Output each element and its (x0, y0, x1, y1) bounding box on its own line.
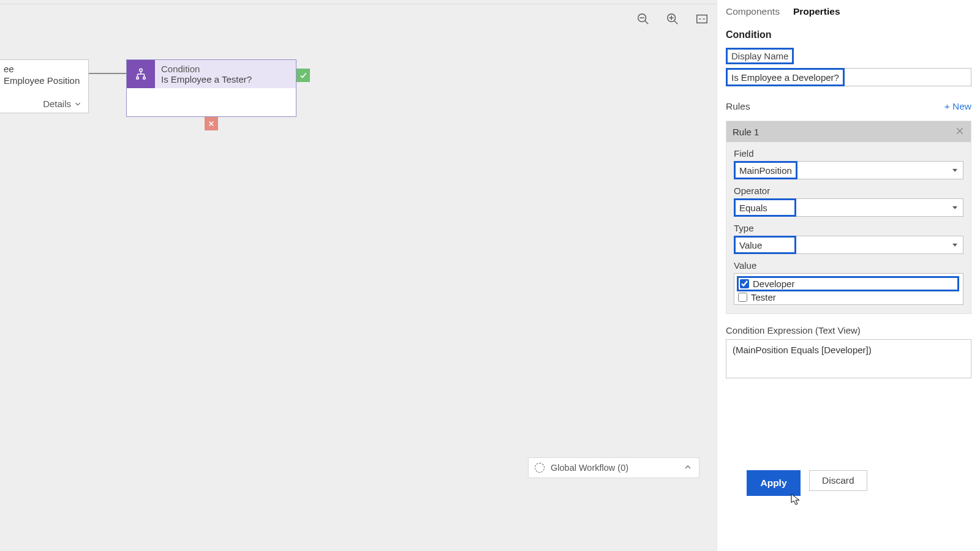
display-name-input-extra[interactable] (845, 68, 971, 86)
chevron-down-icon (951, 241, 959, 249)
svg-point-13 (137, 77, 139, 80)
type-select[interactable]: Value (734, 236, 796, 254)
expression-label: Condition Expression (Text View) (717, 314, 980, 339)
value-checkbox-tester[interactable] (738, 293, 747, 302)
close-icon (208, 120, 215, 127)
value-option-tester-label: Tester (751, 292, 776, 302)
connector-line (89, 73, 126, 74)
apply-button[interactable]: Apply (749, 473, 798, 493)
chevron-down-icon (74, 100, 82, 108)
svg-point-8 (140, 69, 143, 72)
check-icon (299, 71, 307, 80)
rule-1-title: Rule 1 (733, 127, 759, 137)
node-details-toggle[interactable]: Details (43, 99, 82, 109)
rule-1-header[interactable]: Rule 1 (726, 121, 971, 142)
new-rule-button[interactable]: + New (944, 101, 971, 112)
value-option-developer[interactable]: Developer (737, 276, 959, 291)
discard-button[interactable]: Discard (809, 470, 867, 491)
global-workflow-bar[interactable]: Global Workflow (0) (528, 457, 699, 478)
display-name-input[interactable]: Is Employee a Developer? (726, 68, 845, 86)
condition-false-port[interactable] (205, 117, 218, 130)
value-options: Developer Tester (734, 273, 963, 305)
svg-line-1 (645, 21, 649, 24)
field-select[interactable]: MainPosition (734, 161, 797, 179)
chevron-down-icon (951, 203, 959, 212)
node-condition-header: Condition Is Employee a Tester? (127, 60, 296, 88)
node-employee-position[interactable]: ee Employee Position Details (0, 59, 89, 113)
rule-1-box: Rule 1 Field MainPosition Operator Equal… (726, 121, 971, 314)
canvas-toolbar (636, 12, 709, 26)
workflow-status-icon (535, 463, 545, 473)
svg-rect-7 (697, 15, 707, 23)
tab-properties[interactable]: Properties (793, 6, 840, 17)
operator-label: Operator (734, 186, 963, 196)
svg-line-4 (674, 21, 678, 24)
operator-select-caret[interactable] (796, 198, 963, 217)
designer-canvas[interactable]: ee Employee Position Details Condition I… (0, 4, 717, 551)
expression-textview[interactable]: (MainPosition Equals [Developer]) (726, 339, 971, 378)
type-label: Type (734, 223, 963, 233)
svg-marker-21 (953, 244, 957, 246)
fit-to-screen-icon[interactable] (695, 12, 709, 26)
svg-marker-19 (953, 169, 957, 171)
display-name-label: Display Name (726, 48, 794, 64)
rule-close-icon[interactable] (955, 126, 966, 137)
node-condition-title: Is Employee a Tester? (161, 74, 252, 84)
properties-panel: Components Properties Condition Display … (717, 0, 980, 551)
section-title-condition: Condition (717, 27, 980, 48)
field-label: Field (734, 148, 963, 159)
panel-actions: Apply Discard (717, 470, 980, 496)
operator-select[interactable]: Equals (734, 198, 796, 217)
rules-label: Rules (726, 101, 750, 112)
global-workflow-label: Global Workflow (0) (551, 463, 628, 473)
display-name-group: Display Name Is Employee a Developer? (717, 48, 980, 92)
node-partial-line2: Employee Position (0, 75, 88, 86)
zoom-out-icon[interactable] (636, 12, 650, 26)
node-details-label: Details (43, 99, 71, 109)
value-label: Value (734, 260, 963, 271)
node-partial-line1: ee (0, 60, 88, 75)
chevron-up-icon (683, 462, 693, 474)
apply-button-highlight: Apply (747, 470, 801, 496)
condition-icon (127, 60, 155, 88)
condition-true-port[interactable] (296, 69, 310, 82)
node-condition-type-label: Condition (161, 64, 252, 74)
rules-header: Rules + New (717, 92, 980, 117)
mouse-cursor (791, 493, 801, 506)
svg-point-14 (143, 77, 146, 80)
svg-marker-22 (791, 494, 799, 504)
type-select-caret[interactable] (796, 236, 963, 254)
zoom-in-icon[interactable] (665, 12, 680, 26)
value-option-tester[interactable]: Tester (737, 291, 959, 303)
node-condition[interactable]: Condition Is Employee a Tester? (126, 59, 296, 117)
tab-components[interactable]: Components (726, 6, 780, 17)
panel-tabs: Components Properties (717, 0, 980, 27)
value-checkbox-developer[interactable] (740, 279, 749, 288)
chevron-down-icon (951, 166, 959, 174)
field-select-caret[interactable] (797, 161, 963, 179)
value-option-developer-label: Developer (753, 279, 794, 289)
svg-marker-20 (953, 206, 957, 209)
